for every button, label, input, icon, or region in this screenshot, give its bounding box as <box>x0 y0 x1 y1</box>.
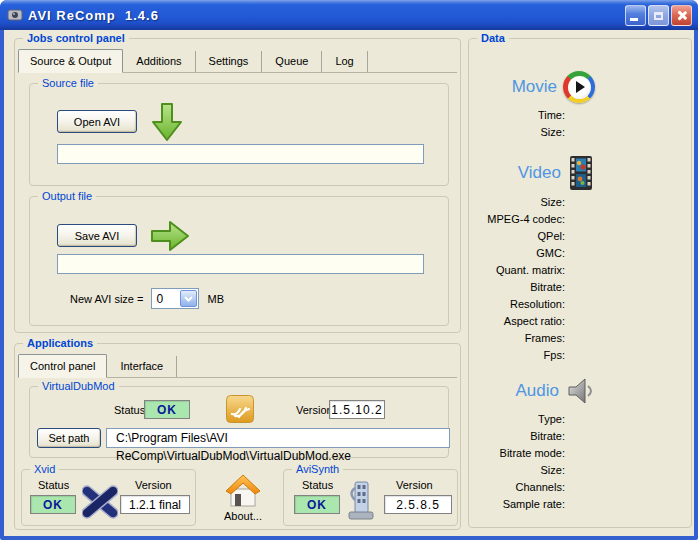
avisynth-label: AviSynth <box>292 462 343 476</box>
video-section-heading: Video <box>469 156 691 190</box>
movie-heading: Movie <box>512 77 557 97</box>
output-file-group: Output file Save AVI New AVI size = 0 <box>29 196 449 326</box>
window-title: AVI ReComp 1.4.6 <box>28 8 159 23</box>
video-heading: Video <box>518 163 561 183</box>
xvid-status-label: Status <box>38 479 69 491</box>
virtualdubmod-label: VirtualDubMod <box>38 379 119 393</box>
audio-type-label: Type: <box>469 411 565 428</box>
titlebar[interactable]: AVI ReComp 1.4.6 <box>0 0 698 30</box>
minimize-button[interactable] <box>625 5 646 26</box>
audio-heading: Audio <box>516 381 559 401</box>
speaker-icon <box>565 375 595 407</box>
new-avi-size-row: New AVI size = 0 MB <box>70 288 224 309</box>
avi-size-unit-label: MB <box>207 293 224 305</box>
tab-log[interactable]: Log <box>322 51 367 72</box>
avisynth-version-label: Version <box>396 479 433 491</box>
video-aspect-ratio-label: Aspect ratio: <box>469 313 565 330</box>
avisynth-app-icon <box>346 480 376 522</box>
movie-size-label: Size: <box>469 124 565 141</box>
video-quant-matrix-label: Quant. matrix: <box>469 262 565 279</box>
close-button[interactable] <box>671 5 692 26</box>
audio-size-label: Size: <box>469 462 565 479</box>
media-play-icon <box>563 71 595 103</box>
green-right-arrow-icon <box>150 219 192 253</box>
video-bitrate-label: Bitrate: <box>469 279 565 296</box>
vdm-version-value: 1.5.10.2 <box>329 400 385 419</box>
close-icon <box>676 10 687 21</box>
avisynth-status-badge: OK <box>294 495 340 514</box>
about-button-label: About... <box>224 510 262 522</box>
tab-queue[interactable]: Queue <box>262 51 322 72</box>
xvid-version-label: Version <box>135 479 172 491</box>
data-panel-label: Data <box>477 31 509 45</box>
maximize-button <box>648 5 669 26</box>
xvid-label: Xvid <box>30 462 59 476</box>
video-fps-label: Fps: <box>469 347 565 364</box>
avi-size-value: 0 <box>152 289 179 308</box>
green-down-arrow-icon <box>150 102 184 144</box>
set-path-button[interactable]: Set path <box>37 428 101 448</box>
movie-section-heading: Movie <box>469 71 691 103</box>
house-icon <box>223 473 263 509</box>
about-button[interactable]: About... <box>215 473 271 522</box>
avi-size-select[interactable]: 0 <box>151 288 199 309</box>
open-avi-button[interactable]: Open AVI <box>57 110 137 133</box>
virtualdubmod-group: VirtualDubMod Status OK Version 1.5.10.2… <box>29 386 449 458</box>
xvid-x-icon <box>82 482 118 522</box>
maximize-icon <box>654 12 663 20</box>
video-qpel-label: QPel: <box>469 228 565 245</box>
video-fields: Size: MPEG-4 codec: QPel: GMC: Quant. ma… <box>469 194 565 364</box>
app-logo-icon <box>7 7 23 23</box>
xvid-version-value: 1.2.1 final <box>120 495 190 514</box>
audio-channels-label: Channels: <box>469 479 565 496</box>
video-size-label: Size: <box>469 194 565 211</box>
applications-panel: Applications Control panel Interface Vir… <box>14 343 461 530</box>
film-strip-icon <box>567 156 595 190</box>
movie-time-label: Time: <box>469 107 565 124</box>
avisynth-status-label: Status <box>302 479 333 491</box>
avisynth-version-value: 2.5.8.5 <box>384 495 452 514</box>
vdm-status-label: Status <box>114 404 145 416</box>
source-file-group: Source file Open AVI <box>29 83 449 186</box>
output-file-label: Output file <box>38 189 96 203</box>
audio-bitrate-label: Bitrate: <box>469 428 565 445</box>
tab-additions[interactable]: Additions <box>123 51 195 72</box>
audio-bitrate-mode-label: Bitrate mode: <box>469 445 565 462</box>
client-area: Jobs control panel Source & Output Addit… <box>4 30 694 536</box>
tab-settings[interactable]: Settings <box>196 51 263 72</box>
applications-tabs: Control panel Interface <box>18 354 457 378</box>
tab-control-panel[interactable]: Control panel <box>18 354 107 378</box>
audio-sample-rate-label: Sample rate: <box>469 496 565 513</box>
vdm-status-badge: OK <box>144 400 190 419</box>
app-window: AVI ReComp 1.4.6 Jobs control panel Sour… <box>0 0 698 540</box>
video-codec-label: MPEG-4 codec: <box>469 211 565 228</box>
xvid-group: Xvid Status OK Version 1.2.1 final <box>21 469 196 526</box>
tab-interface[interactable]: Interface <box>107 356 177 377</box>
source-file-label: Source file <box>38 76 98 90</box>
movie-fields: Time: Size: <box>469 107 565 141</box>
virtualdubmod-app-icon <box>226 395 254 423</box>
source-path-input[interactable] <box>57 144 424 164</box>
vdm-path-field[interactable]: C:\Program Files\AVI ReComp\VirtualDubMo… <box>106 428 450 448</box>
tab-source-output[interactable]: Source & Output <box>18 49 123 73</box>
jobs-control-panel-label: Jobs control panel <box>23 31 129 45</box>
new-avi-size-label: New AVI size = <box>70 293 143 305</box>
save-avi-button[interactable]: Save AVI <box>57 224 137 247</box>
output-path-input[interactable] <box>57 254 424 274</box>
chevron-down-icon[interactable] <box>180 290 197 307</box>
jobs-control-panel: Jobs control panel Source & Output Addit… <box>14 38 461 333</box>
jobs-tabs: Source & Output Additions Settings Queue… <box>18 49 457 73</box>
audio-section-heading: Audio <box>469 375 691 407</box>
video-frames-label: Frames: <box>469 330 565 347</box>
xvid-status-badge: OK <box>30 495 76 514</box>
window-controls <box>625 5 692 26</box>
minimize-icon <box>630 18 638 21</box>
audio-fields: Type: Bitrate: Bitrate mode: Size: Chann… <box>469 411 565 513</box>
video-resolution-label: Resolution: <box>469 296 565 313</box>
vdm-version-label: Version <box>296 404 333 416</box>
video-gmc-label: GMC: <box>469 245 565 262</box>
data-panel: Data Movie Time: Size: Video <box>468 38 692 528</box>
applications-label: Applications <box>23 336 97 350</box>
avisynth-group: AviSynth Status OK Version 2.5.8.5 <box>283 469 458 526</box>
